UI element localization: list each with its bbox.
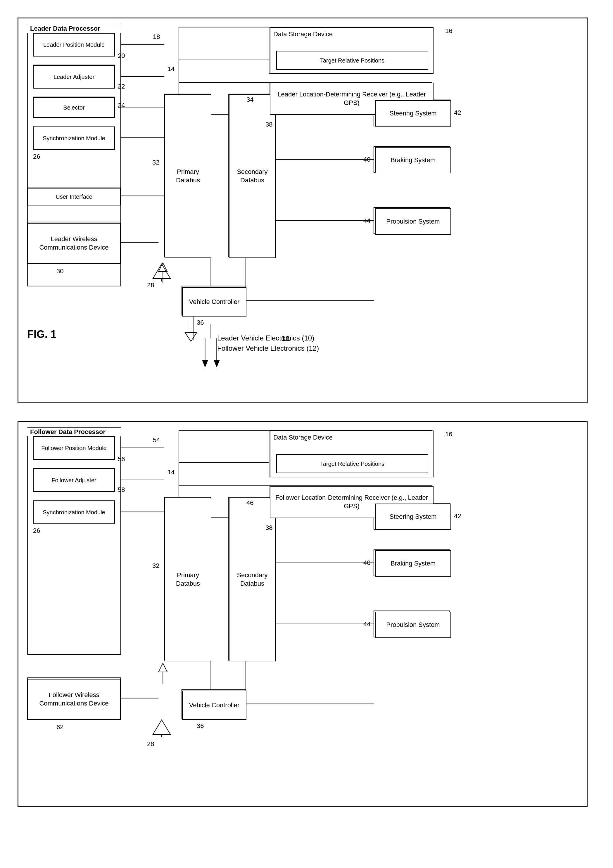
follower-position-module-label: Follower Position Module — [41, 444, 106, 452]
svg-marker-41 — [214, 360, 220, 368]
svg-marker-80 — [153, 720, 171, 735]
ref-34: 34 — [247, 96, 253, 104]
ref-54: 54 — [153, 436, 160, 444]
sync-module-box-fig2: Synchronization Module — [33, 501, 115, 524]
braking-system-label-fig2: Braking System — [391, 560, 436, 568]
sync-module-box: Synchronization Module — [33, 127, 115, 150]
steering-system-label-fig2: Steering System — [390, 513, 436, 521]
user-interface-label: User Interface — [56, 193, 92, 200]
propulsion-system-box: Propulsion System — [375, 208, 451, 235]
ref-44: 44 — [363, 217, 370, 225]
selector-box: Selector — [33, 97, 115, 118]
leader-wireless-box: Leader Wireless Communications Device — [27, 223, 121, 264]
svg-marker-40 — [202, 360, 208, 368]
sync-module-label: Synchronization Module — [43, 135, 105, 142]
data-storage-box: Data Storage Device Target Relative Posi… — [270, 27, 433, 74]
svg-marker-42 — [153, 264, 171, 279]
secondary-databus-box-fig2: Secondary Databus — [229, 498, 276, 661]
ref-56: 56 — [118, 455, 125, 463]
primary-databus-label: Primary Databus — [168, 168, 208, 184]
vehicle-controller-box-fig2: Vehicle Controller — [182, 691, 247, 720]
secondary-databus-box: Secondary Databus — [229, 95, 276, 258]
user-interface-box: User Interface — [27, 188, 121, 205]
ref-36-fig2: 36 — [197, 722, 204, 730]
ref-14-fig2: 14 — [168, 468, 174, 476]
page: Leader Data Processor Leader Position Mo… — [0, 0, 613, 868]
arrow-down-fig1 — [182, 316, 200, 352]
secondary-databus-label: Secondary Databus — [233, 168, 272, 184]
svg-marker-46 — [185, 333, 197, 341]
ref-42-fig2: 42 — [454, 512, 461, 520]
vehicle-controller-label-fig2: Vehicle Controller — [189, 701, 239, 710]
braking-system-box-fig2: Braking System — [375, 550, 451, 577]
diagram-fig2: Follower Data Processor Follower Positio… — [17, 421, 588, 807]
steering-system-box: Steering System — [375, 100, 451, 127]
leader-adjuster-label: Leader Adjuster — [53, 73, 95, 81]
svg-rect-47 — [28, 428, 121, 654]
follower-adjuster-box: Follower Adjuster — [33, 468, 115, 492]
ref-16-fig1: 16 — [445, 27, 452, 35]
data-storage-label-fig2: Data Storage Device — [273, 433, 333, 442]
follower-adjuster-label: Follower Adjuster — [51, 476, 96, 484]
antenna-symbol-fig2 — [150, 714, 173, 737]
leader-vehicle-label: Leader Vehicle Electronics (10) — [217, 334, 314, 342]
ref-28-fig1: 28 — [147, 281, 154, 289]
antenna-symbol-fig1 — [150, 258, 173, 281]
steering-system-box-fig2: Steering System — [375, 504, 451, 530]
primary-databus-box: Primary Databus — [165, 95, 211, 258]
ref-22: 22 — [118, 83, 125, 90]
steering-system-label: Steering System — [390, 109, 436, 118]
propulsion-system-label-fig2: Propulsion System — [386, 621, 440, 629]
follower-position-module-box: Follower Position Module — [33, 436, 115, 460]
ref-14-fig1: 14 — [168, 65, 174, 73]
propulsion-system-label: Propulsion System — [386, 217, 440, 226]
ref-24: 24 — [118, 102, 125, 109]
diagram-fig1: Leader Data Processor Leader Position Mo… — [17, 17, 588, 403]
follower-data-processor-title: Follower Data Processor — [27, 428, 121, 436]
ref-30: 30 — [56, 267, 64, 275]
ref-58: 58 — [118, 486, 125, 494]
leader-position-module-label: Leader Position Module — [43, 41, 105, 48]
braking-system-box: Braking System — [375, 147, 451, 173]
ref-40-fig2: 40 — [363, 559, 370, 567]
leader-data-processor-title: Leader Data Processor — [27, 24, 121, 33]
ref-40: 40 — [363, 156, 370, 163]
ref-46: 46 — [247, 499, 253, 507]
data-storage-label: Data Storage Device — [273, 30, 333, 39]
follower-vehicle-label: Follower Vehicle Electronics (12) — [217, 344, 319, 352]
leader-position-module-box: Leader Position Module — [33, 33, 115, 56]
braking-system-label: Braking System — [391, 156, 436, 164]
ref-38-fig2: 38 — [265, 524, 272, 532]
primary-databus-label-fig2: Primary Databus — [168, 571, 208, 588]
ref-26: 26 — [33, 153, 40, 160]
leader-adjuster-box: Leader Adjuster — [33, 65, 115, 88]
fig-num: 11 — [281, 334, 290, 343]
secondary-databus-label-fig2: Secondary Databus — [233, 571, 272, 588]
vehicle-controller-box: Vehicle Controller — [182, 287, 247, 316]
sync-module-label-fig2: Synchronization Module — [43, 508, 105, 516]
ref-18: 18 — [153, 33, 160, 40]
target-positions-label: Target Relative Positions — [320, 57, 385, 64]
fig1-label: FIG. 1 — [27, 328, 56, 341]
ref-38: 38 — [265, 121, 272, 128]
ref-16-fig2: 16 — [445, 431, 452, 438]
ref-28-fig2: 28 — [147, 740, 154, 748]
target-positions-label-fig2: Target Relative Positions — [320, 460, 385, 468]
ref-26-fig2: 26 — [33, 527, 40, 535]
propulsion-system-box-fig2: Propulsion System — [375, 612, 451, 638]
ref-32-fig2: 32 — [152, 562, 159, 570]
primary-databus-box-fig2: Primary Databus — [165, 498, 211, 661]
follower-wireless-box: Follower Wireless Communications Device — [27, 679, 121, 720]
ref-32: 32 — [152, 159, 159, 166]
ref-44-fig2: 44 — [363, 620, 370, 628]
leader-wireless-label: Leader Wireless Communications Device — [31, 235, 117, 252]
svg-marker-78 — [158, 663, 167, 672]
ref-42: 42 — [454, 109, 461, 116]
ref-62: 62 — [56, 723, 64, 731]
data-storage-box-fig2: Data Storage Device Target Relative Posi… — [270, 431, 433, 477]
selector-label: Selector — [63, 104, 84, 112]
follower-wireless-label: Follower Wireless Communications Device — [31, 691, 117, 708]
ref-20: 20 — [118, 52, 125, 60]
vehicle-controller-label: Vehicle Controller — [189, 298, 239, 306]
